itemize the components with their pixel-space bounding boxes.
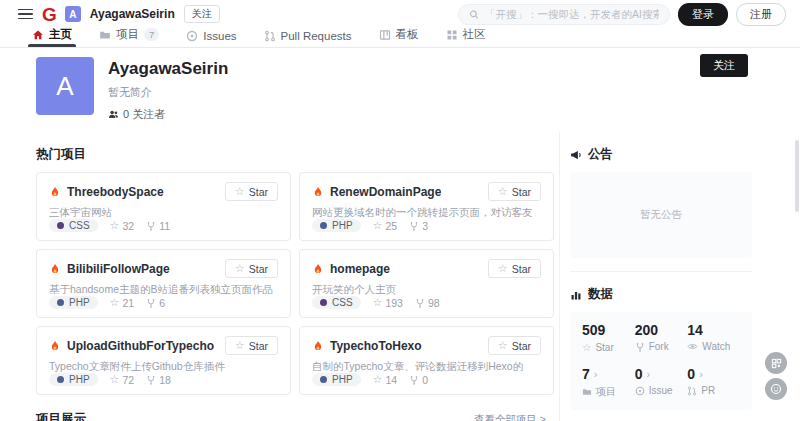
showcase-title: 项目展示 (36, 411, 86, 421)
star-button-label: Star (512, 186, 531, 198)
follow-button[interactable]: 关注 (700, 54, 748, 77)
repo-name-link[interactable]: RenewDomainPage (330, 185, 441, 199)
profile-name: AyagawaSeirin (108, 59, 228, 79)
star-count[interactable]: ☆72 (110, 373, 135, 386)
stat-fork[interactable]: 200 Fork (635, 322, 688, 353)
star-button[interactable]: ☆Star (488, 336, 541, 355)
search-input[interactable] (485, 8, 659, 20)
search-box[interactable] (458, 4, 670, 25)
repo-name-link[interactable]: homepage (330, 262, 390, 276)
followers-row[interactable]: 0 关注者 (108, 107, 228, 122)
username[interactable]: AyagawaSeirin (90, 7, 175, 21)
scrollbar-thumb[interactable] (795, 140, 799, 212)
flame-icon (49, 186, 61, 198)
star-button[interactable]: ☆Star (225, 336, 278, 355)
login-button[interactable]: 登录 (678, 3, 728, 26)
flame-icon (312, 263, 324, 275)
stat-watch[interactable]: 14 Watch (687, 322, 740, 353)
divider (570, 271, 752, 272)
chevron-right-icon: › (594, 368, 598, 380)
profile-avatar[interactable]: A (36, 57, 94, 115)
fork-count[interactable]: 6 (146, 297, 165, 309)
tab-community[interactable]: 社区 (446, 27, 486, 47)
star-count[interactable]: ☆32 (110, 219, 135, 232)
repo-name-link[interactable]: UploadGithubForTypecho (67, 339, 214, 353)
repo-card: RenewDomainPage ☆Star 网站更换域名时的一个跳转提示页面，对… (299, 172, 554, 241)
main-content: 热门项目 ThreebodySpace ☆Star 三体宇宙网站 CSS ☆32… (0, 132, 800, 421)
tab-board[interactable]: 看板 (379, 27, 419, 47)
fork-count[interactable]: 18 (146, 374, 171, 386)
star-button[interactable]: ☆Star (225, 182, 278, 201)
search-icon (469, 9, 479, 20)
tab-pull-requests-label: Pull Requests (281, 30, 352, 42)
tab-pull-requests[interactable]: Pull Requests (264, 30, 352, 47)
top-bar-right: 登录 注册 (458, 3, 786, 26)
star-icon: ☆ (235, 262, 245, 275)
language-dot (320, 376, 327, 383)
register-button[interactable]: 注册 (736, 3, 786, 26)
repo-name-link[interactable]: BilibiliFollowPage (67, 262, 170, 276)
pull-request-icon (687, 386, 697, 396)
stats-title-row: 数据 (570, 286, 752, 303)
flame-icon (49, 263, 61, 275)
language-dot (57, 222, 64, 229)
folder-icon (582, 387, 592, 397)
tab-issues[interactable]: Issues (186, 30, 236, 47)
star-button[interactable]: ☆Star (488, 182, 541, 201)
repo-description: 开玩笑的个人主页 (312, 282, 541, 296)
chevron-right-icon: › (699, 368, 703, 380)
repo-name-link[interactable]: ThreebodySpace (67, 185, 164, 199)
community-icon (446, 29, 458, 41)
repo-card: UploadGithubForTypecho ☆Star Typecho文章附件… (36, 326, 291, 395)
right-sidebar: 公告 暂无公告 数据 509 ☆Star 200 Fork (560, 132, 752, 421)
avatar[interactable]: A (65, 6, 81, 22)
repo-card: TypechoToHexo ☆Star 自制的Typecho文章、评论数据迁移到… (299, 326, 554, 395)
star-count[interactable]: ☆14 (373, 373, 398, 386)
follow-chip-button[interactable]: 关注 (184, 5, 220, 23)
star-button[interactable]: ☆Star (488, 259, 541, 278)
star-count[interactable]: ☆21 (110, 296, 135, 309)
profile-bio: 暂无简介 (108, 85, 228, 100)
star-icon: ☆ (235, 185, 245, 198)
service-float-button[interactable] (765, 378, 787, 400)
language-label: PHP (69, 374, 90, 385)
followers-count: 0 关注者 (123, 107, 165, 122)
profile-nav: 主页 项目 7 Issues Pull Requests 看板 社区 (0, 28, 800, 48)
tab-home[interactable]: 主页 (32, 27, 72, 47)
fork-icon (409, 375, 419, 385)
star-count[interactable]: ☆25 (373, 219, 398, 232)
repo-description: Typecho文章附件上传Github仓库插件 (49, 359, 278, 373)
chevron-right-icon: › (646, 368, 650, 380)
stat-issues[interactable]: 0› Issue (635, 366, 688, 399)
menu-icon[interactable] (18, 9, 33, 20)
board-icon (379, 29, 391, 41)
stat-projects[interactable]: 7› 项目 (582, 366, 635, 399)
repo-name-link[interactable]: TypechoToHexo (330, 339, 422, 353)
fork-count[interactable]: 11 (146, 220, 170, 232)
star-icon: ☆ (110, 219, 120, 232)
tab-home-label: 主页 (49, 27, 72, 42)
star-button-label: Star (512, 263, 531, 275)
fork-count[interactable]: 98 (415, 297, 440, 309)
language-dot (57, 376, 64, 383)
popular-projects-grid: ThreebodySpace ☆Star 三体宇宙网站 CSS ☆32 11 R… (36, 172, 554, 395)
view-all-projects-link[interactable]: 查看全部项目 > (474, 413, 546, 421)
language-label: PHP (69, 297, 90, 308)
fork-count[interactable]: 3 (409, 220, 428, 232)
feedback-float-button[interactable] (765, 352, 787, 374)
star-count[interactable]: ☆193 (373, 296, 403, 309)
gitee-logo[interactable]: G (42, 5, 56, 24)
fork-count[interactable]: 0 (409, 374, 428, 386)
language-label: PHP (332, 220, 353, 231)
tab-projects[interactable]: 项目 7 (99, 27, 159, 47)
announcement-title: 公告 (588, 146, 613, 163)
star-button[interactable]: ☆Star (225, 259, 278, 278)
profile-info: AyagawaSeirin 暂无简介 0 关注者 (108, 57, 228, 122)
stat-prs[interactable]: 0› PR (687, 366, 740, 399)
repo-description: 三体宇宙网站 (49, 205, 278, 219)
stat-star[interactable]: 509 ☆Star (582, 322, 635, 353)
tab-projects-label: 项目 (116, 27, 139, 42)
qr-code-icon (771, 358, 782, 369)
star-icon: ☆ (110, 296, 120, 309)
top-bar: G A AyagawaSeirin 关注 登录 注册 (0, 0, 800, 28)
